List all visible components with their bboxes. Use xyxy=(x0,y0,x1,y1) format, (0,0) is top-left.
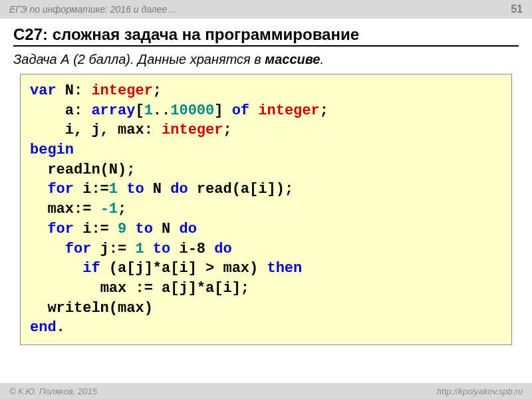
code-line-13: end. xyxy=(30,318,502,338)
subtitle-suffix: . xyxy=(320,52,324,66)
slide-header: ЕГЭ по информатике: 2016 и далее… 51 xyxy=(0,0,532,19)
code-line-2: a: array[1..10000] of integer; xyxy=(30,101,502,121)
header-title: ЕГЭ по информатике: 2016 и далее… xyxy=(9,4,176,15)
code-line-7: max:= -1; xyxy=(30,200,502,219)
code-line-4: begin xyxy=(30,140,502,160)
code-line-8: for i:= 9 to N do xyxy=(30,219,502,239)
subtitle: Задача А (2 балла). Данные хранятся в ма… xyxy=(0,47,532,70)
code-line-12: writeln(max) xyxy=(30,299,502,319)
slide-title: C27: сложная задача на программирование xyxy=(13,25,519,47)
page-number: 51 xyxy=(511,3,523,15)
subtitle-prefix: Задача А xyxy=(13,52,70,66)
code-block: var N: integer; a: array[1..10000] of in… xyxy=(20,74,512,345)
code-line-9: for j:= 1 to i-8 do xyxy=(30,239,502,259)
footer-url: http://kpolyakov.spb.ru xyxy=(437,386,523,396)
code-line-1: var N: integer; xyxy=(30,81,502,101)
subtitle-points: (2 балла). Данные хранятся в xyxy=(70,52,265,66)
title-bar: C27: сложная задача на программирование xyxy=(0,19,532,47)
code-line-11: max := a[j]*a[i]; xyxy=(30,279,502,299)
code-line-10: if (a[j]*a[i] > max) then xyxy=(30,259,502,279)
code-line-6: for i:=1 to N do read(a[i]); xyxy=(30,180,502,200)
footer-copyright: © К.Ю. Поляков, 2015 xyxy=(9,386,97,396)
code-line-3: i, j, max: integer; xyxy=(30,120,502,140)
code-line-5: readln(N); xyxy=(30,160,502,180)
slide-footer: © К.Ю. Поляков, 2015 http://kpolyakov.sp… xyxy=(0,383,532,399)
subtitle-bold: массиве xyxy=(265,52,320,66)
